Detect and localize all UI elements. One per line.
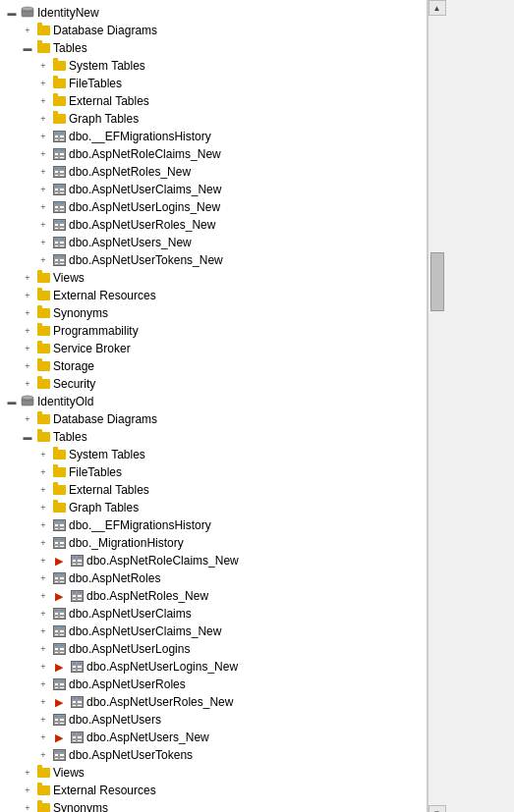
expand-icon[interactable]: +: [35, 164, 51, 180]
expand-icon[interactable]: +: [35, 570, 51, 586]
scroll-down-button[interactable]: ▼: [428, 805, 446, 812]
expand-icon[interactable]: +: [35, 659, 51, 675]
expand-icon[interactable]: +: [35, 553, 51, 568]
efmigrations-old-node[interactable]: + dbo.__EFMigrationsHistory: [0, 516, 427, 534]
expand-icon[interactable]: +: [20, 323, 35, 339]
synonyms-new-node[interactable]: + Synonyms: [0, 304, 427, 322]
collapse-icon[interactable]: ▬: [4, 394, 20, 409]
expand-icon[interactable]: +: [35, 235, 51, 250]
expand-icon[interactable]: +: [20, 411, 35, 427]
aspnetrolesnew-old-node[interactable]: + ▶ dbo.AspNetRoles_New: [0, 587, 427, 605]
expand-icon[interactable]: +: [35, 535, 51, 551]
scroll-up-button[interactable]: ▲: [428, 0, 446, 16]
aspnetroles-old-node[interactable]: + dbo.AspNetRoles: [0, 569, 427, 587]
storage-new-node[interactable]: + Storage: [0, 357, 427, 375]
programmability-new-node[interactable]: + Programmability: [0, 322, 427, 340]
expand-icon[interactable]: +: [35, 712, 51, 728]
expand-icon[interactable]: +: [35, 217, 51, 233]
expand-icon[interactable]: +: [20, 783, 35, 798]
folder-icon: [35, 305, 51, 321]
expand-icon[interactable]: +: [20, 765, 35, 781]
aspnetuserclaimsnew-old-node[interactable]: + dbo.AspNetUserClaims_New: [0, 623, 427, 640]
systemtables-old-node[interactable]: + System Tables: [0, 446, 427, 463]
expand-icon[interactable]: +: [20, 270, 35, 286]
expand-icon[interactable]: +: [35, 146, 51, 162]
expand-icon[interactable]: +: [20, 341, 35, 356]
aspnetuserclaims-old-node[interactable]: + dbo.AspNetUserClaims: [0, 605, 427, 623]
aspnetuserlogins-new-node[interactable]: + dbo.AspNetUserLogins_New: [0, 198, 427, 216]
aspnetrole-new-node[interactable]: + dbo.AspNetRoleClaims_New: [0, 145, 427, 163]
synonyms-old-node[interactable]: + Synonyms: [0, 799, 427, 812]
expand-icon[interactable]: +: [20, 376, 35, 392]
aspnetusers-new-node[interactable]: + dbo.AspNetUsers_New: [0, 234, 427, 251]
expand-icon[interactable]: +: [35, 623, 51, 639]
aspnetuserrolesnew-old-node[interactable]: + ▶ dbo.AspNetUserRoles_New: [0, 693, 427, 711]
aspnetroles-new-node[interactable]: + dbo.AspNetRoles_New: [0, 163, 427, 181]
expand-icon[interactable]: +: [35, 111, 51, 127]
expand-icon[interactable]: +: [35, 447, 51, 462]
scrollbar-thumb[interactable]: [430, 252, 444, 311]
aspnetroleclaims-old-node[interactable]: + ▶ dbo.AspNetRoleClaims_New: [0, 552, 427, 569]
servicebroker-new-node[interactable]: + Service Broker: [0, 340, 427, 357]
aspnetuserloginsnew-old-node[interactable]: + ▶ dbo.AspNetUserLogins_New: [0, 658, 427, 676]
tables-new-node[interactable]: ▬ Tables: [0, 39, 427, 57]
scrollbar-track[interactable]: [428, 16, 445, 805]
expand-icon[interactable]: +: [35, 500, 51, 515]
expand-icon[interactable]: +: [35, 747, 51, 763]
dbdiagrams-old-node[interactable]: + Database Diagrams: [0, 410, 427, 428]
expand-icon[interactable]: +: [35, 58, 51, 74]
expand-icon[interactable]: +: [35, 464, 51, 480]
expand-icon[interactable]: +: [35, 606, 51, 622]
aspnetusertokens-new-node[interactable]: + dbo.AspNetUserTokens_New: [0, 251, 427, 269]
expand-icon[interactable]: +: [20, 358, 35, 374]
expand-icon[interactable]: +: [35, 76, 51, 91]
collapse-icon[interactable]: ▬: [4, 5, 20, 21]
tree-panel[interactable]: ▬ IdentityNew + Database Diagrams ▬ Tabl…: [0, 0, 428, 812]
database-icon: [20, 394, 35, 409]
scrollbar[interactable]: ▲ ▼: [428, 0, 445, 812]
expand-icon[interactable]: +: [35, 641, 51, 657]
externalresources-new-node[interactable]: + External Resources: [0, 287, 427, 304]
expand-icon[interactable]: +: [35, 93, 51, 109]
expand-icon[interactable]: +: [35, 129, 51, 144]
identityold-node[interactable]: ▬ IdentityOld: [0, 393, 427, 410]
expand-icon[interactable]: +: [35, 517, 51, 533]
expand-icon[interactable]: +: [35, 252, 51, 268]
aspnetuserclaims-new-node[interactable]: + dbo.AspNetUserClaims_New: [0, 181, 427, 198]
expand-icon[interactable]: +: [35, 677, 51, 692]
aspnetuserlogins-old-node[interactable]: + dbo.AspNetUserLogins: [0, 640, 427, 658]
expand-icon[interactable]: +: [35, 182, 51, 197]
externaltables-old-node[interactable]: + External Tables: [0, 481, 427, 499]
filetables-new-node[interactable]: + FileTables: [0, 75, 427, 92]
aspnetuserroles-new-node[interactable]: + dbo.AspNetUserRoles_New: [0, 216, 427, 234]
aspnetusersnew-old-node[interactable]: + ▶ dbo.AspNetUsers_New: [0, 729, 427, 746]
systemtables-new-node[interactable]: + System Tables: [0, 57, 427, 75]
collapse-icon[interactable]: ▬: [20, 40, 35, 56]
expand-icon[interactable]: +: [35, 694, 51, 710]
views-new-node[interactable]: + Views: [0, 269, 427, 287]
security-new-node[interactable]: + Security: [0, 375, 427, 393]
expand-icon[interactable]: +: [20, 288, 35, 303]
identitynew-node[interactable]: ▬ IdentityNew: [0, 4, 427, 22]
externaltables-new-node[interactable]: + External Tables: [0, 92, 427, 110]
tables-old-node[interactable]: ▬ Tables: [0, 428, 427, 446]
aspnetusers-old-node[interactable]: + dbo.AspNetUsers: [0, 711, 427, 729]
filetables-old-node[interactable]: + FileTables: [0, 463, 427, 481]
externalresources-old-node[interactable]: + External Resources: [0, 782, 427, 799]
graphtables-old-node[interactable]: + Graph Tables: [0, 499, 427, 516]
views-old-node[interactable]: + Views: [0, 764, 427, 782]
expand-icon[interactable]: +: [20, 800, 35, 812]
migrationhistory-old-node[interactable]: + dbo._MigrationHistory: [0, 534, 427, 552]
collapse-icon[interactable]: ▬: [20, 429, 35, 445]
aspnetuserroles-old-node[interactable]: + dbo.AspNetUserRoles: [0, 676, 427, 693]
expand-icon[interactable]: +: [20, 23, 35, 38]
expand-icon[interactable]: +: [20, 305, 35, 321]
expand-icon[interactable]: +: [35, 730, 51, 745]
aspnetusertokens-old-node[interactable]: + dbo.AspNetUserTokens: [0, 746, 427, 764]
graphtables-new-node[interactable]: + Graph Tables: [0, 110, 427, 128]
expand-icon[interactable]: +: [35, 588, 51, 604]
expand-icon[interactable]: +: [35, 482, 51, 498]
expand-icon[interactable]: +: [35, 199, 51, 215]
dbdiagrams-new-node[interactable]: + Database Diagrams: [0, 22, 427, 39]
efmigrations-new-node[interactable]: + dbo.__EFMigrationsHistory: [0, 128, 427, 145]
